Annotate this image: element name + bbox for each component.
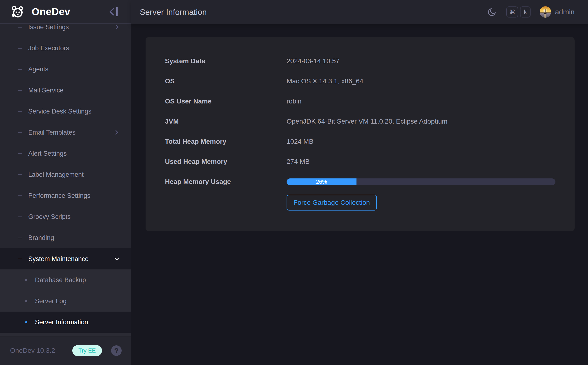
sidebar-item-label: System Maintenance — [28, 255, 114, 263]
app-version: OneDev 10.3.2 — [10, 347, 72, 354]
progress-percent-label: 26% — [316, 179, 327, 185]
info-label: System Date — [165, 57, 287, 65]
server-information-card: System Date 2024-03-14 10:57 OS Mac OS X… — [145, 37, 574, 231]
chevron-right-icon — [114, 130, 120, 135]
header-actions: ⌘ k — [487, 6, 574, 18]
sidebar-header: OneDev — [0, 0, 131, 23]
sidebar-item-mail-service[interactable]: Mail Service — [0, 80, 131, 101]
dash-icon — [18, 132, 22, 133]
sidebar-subitem-label: Server Log — [35, 297, 67, 305]
sidebar-item-label: Agents — [28, 66, 120, 73]
dash-icon — [18, 174, 22, 175]
bullet-icon — [25, 300, 27, 302]
sidebar-menu: Issue Settings Job Executors Agents Mail… — [0, 23, 131, 336]
sidebar-item-job-executors[interactable]: Job Executors — [0, 38, 131, 59]
page-content: System Date 2024-03-14 10:57 OS Mac OS X… — [131, 24, 588, 365]
info-row-os: OS Mac OS X 14.3.1, x86_64 — [165, 71, 555, 91]
sidebar-item-label: Email Templates — [28, 129, 114, 136]
info-value: 274 MB — [287, 158, 310, 166]
force-garbage-collection-button[interactable]: Force Garbage Collection — [287, 195, 377, 211]
sidebar-item-email-templates[interactable]: Email Templates — [0, 122, 131, 143]
dash-icon — [18, 153, 22, 154]
dash-icon — [18, 217, 22, 217]
bullet-icon — [25, 321, 27, 323]
heap-usage-progress: 26% — [287, 178, 555, 185]
theme-toggle-button[interactable] — [487, 7, 497, 17]
sidebar-item-system-maintenance[interactable]: System Maintenance — [0, 248, 131, 269]
cmd-key-icon: ⌘ — [506, 7, 518, 17]
info-value: 1024 MB — [287, 138, 313, 145]
sidebar-item-alert-settings[interactable]: Alert Settings — [0, 143, 131, 164]
sidebar-subitem-clipped[interactable]: Scheduled Jobs — [0, 333, 131, 336]
dash-icon — [18, 238, 22, 238]
info-row-system-date: System Date 2024-03-14 10:57 — [165, 51, 555, 71]
sidebar-item-label: Service Desk Settings — [28, 108, 120, 115]
sidebar-item-service-desk-settings[interactable]: Service Desk Settings — [0, 101, 131, 122]
card-actions: Force Garbage Collection — [165, 195, 555, 211]
dash-icon — [18, 259, 22, 259]
info-label: Total Heap Memory — [165, 138, 287, 145]
info-label: OS User Name — [165, 98, 287, 105]
sidebar-item-label: Performance Settings — [28, 192, 120, 199]
help-icon[interactable]: ? — [111, 345, 122, 356]
dash-icon — [18, 90, 22, 91]
info-label: Heap Memory Usage — [165, 178, 287, 186]
user-name: admin — [555, 8, 574, 16]
dash-icon — [18, 196, 22, 196]
info-value: OpenJDK 64-Bit Server VM 11.0.20, Eclips… — [287, 118, 448, 125]
info-label: JVM — [165, 118, 287, 125]
sidebar-subitem-label: Database Backup — [35, 276, 86, 284]
bullet-icon — [25, 279, 27, 281]
brand-name: OneDev — [32, 6, 70, 17]
sidebar-subitem-server-information[interactable]: Server Information — [0, 312, 131, 333]
onedev-logo-icon — [11, 5, 24, 18]
info-label: OS — [165, 77, 287, 85]
sidebar-subitem-server-log[interactable]: Server Log — [0, 290, 131, 312]
k-key-icon: k — [520, 7, 531, 17]
system-maintenance-sublist: Database Backup Server Log Server Inform… — [0, 269, 131, 336]
sidebar-item-label: Job Executors — [28, 45, 120, 52]
sidebar-item-label-management[interactable]: Label Management — [0, 164, 131, 185]
chevron-down-icon — [114, 256, 120, 262]
sidebar-item-label: Alert Settings — [28, 150, 120, 157]
sidebar: OneDev Issue Settings Job Executors — [0, 0, 131, 365]
sidebar-item-issue-settings[interactable]: Issue Settings — [0, 23, 131, 38]
info-value: robin — [287, 98, 301, 105]
try-ee-badge[interactable]: Try EE — [72, 345, 102, 356]
dash-icon — [18, 69, 22, 70]
sidebar-item-label: Issue Settings — [28, 23, 114, 31]
main-header: Server Information ⌘ k — [131, 0, 588, 24]
app-window: OneDev Issue Settings Job Executors — [0, 0, 588, 365]
sidebar-item-performance-settings[interactable]: Performance Settings — [0, 185, 131, 206]
avatar — [540, 6, 551, 18]
sidebar-subitem-database-backup[interactable]: Database Backup — [0, 269, 131, 290]
dash-icon — [18, 48, 22, 49]
info-label: Used Heap Memory — [165, 158, 287, 166]
sidebar-collapse-button[interactable] — [108, 6, 121, 17]
progress-fill: 26% — [287, 178, 356, 185]
info-row-os-user-name: OS User Name robin — [165, 91, 555, 111]
sidebar-footer: OneDev 10.3.2 Try EE ? — [0, 336, 131, 365]
info-value: 2024-03-14 10:57 — [287, 57, 339, 65]
info-row-jvm: JVM OpenJDK 64-Bit Server VM 11.0.20, Ec… — [165, 111, 555, 132]
collapse-sidebar-icon — [108, 6, 121, 17]
sidebar-item-agents[interactable]: Agents — [0, 59, 131, 80]
info-value: Mac OS X 14.3.1, x86_64 — [287, 77, 363, 85]
moon-icon — [487, 7, 497, 17]
sidebar-item-label: Mail Service — [28, 87, 120, 94]
sidebar-item-branding[interactable]: Branding — [0, 227, 131, 248]
main-area: Server Information ⌘ k — [131, 0, 588, 365]
sidebar-item-label: Label Management — [28, 171, 120, 178]
info-row-heap-memory-usage: Heap Memory Usage 26% — [165, 172, 555, 192]
command-palette-shortcut[interactable]: ⌘ k — [506, 7, 531, 17]
chevron-right-icon — [114, 24, 120, 30]
page-title: Server Information — [140, 7, 207, 17]
dash-icon — [18, 111, 22, 112]
sidebar-item-groovy-scripts[interactable]: Groovy Scripts — [0, 206, 131, 227]
progress-track: 26% — [287, 178, 555, 185]
info-row-used-heap-memory: Used Heap Memory 274 MB — [165, 152, 555, 172]
sidebar-subitem-label: Server Information — [35, 319, 88, 326]
user-menu[interactable]: admin — [540, 6, 574, 18]
sidebar-item-label: Groovy Scripts — [28, 213, 120, 221]
info-row-total-heap-memory: Total Heap Memory 1024 MB — [165, 132, 555, 152]
